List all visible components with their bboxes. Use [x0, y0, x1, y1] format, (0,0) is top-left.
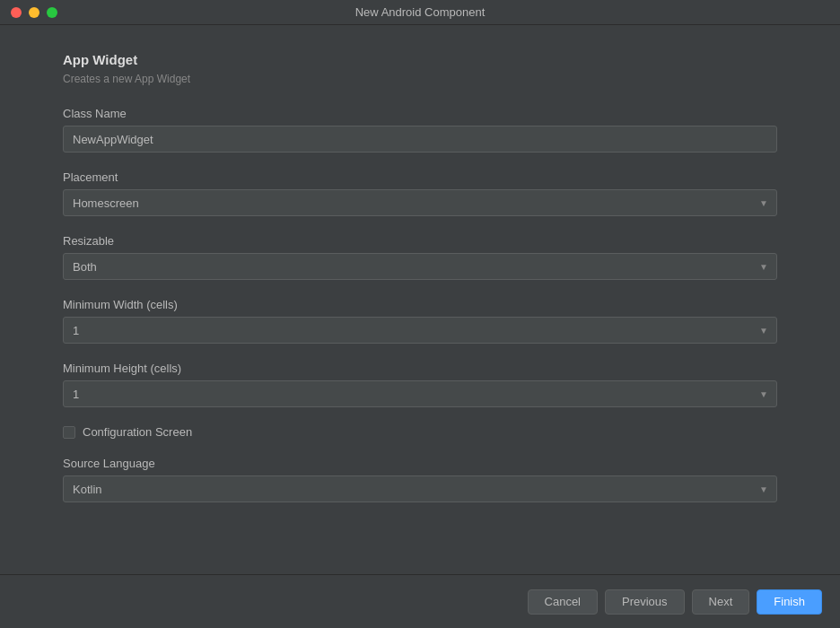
config-screen-group: Configuration Screen — [63, 425, 777, 439]
resizable-select[interactable]: Both Horizontal Vertical None — [63, 253, 777, 280]
min-height-group: Minimum Height (cells) 1 2 3 4 ▼ — [63, 362, 777, 407]
placement-select[interactable]: Homescreen Keyguard Both — [63, 189, 777, 216]
resizable-label: Resizable — [63, 234, 777, 248]
minimize-button[interactable] — [29, 7, 39, 18]
maximize-button[interactable] — [47, 7, 57, 18]
source-language-select-wrapper: Kotlin Java ▼ — [63, 475, 777, 502]
source-language-label: Source Language — [63, 457, 777, 470]
config-screen-label[interactable]: Configuration Screen — [83, 425, 192, 439]
class-name-group: Class Name — [63, 107, 777, 153]
resizable-group: Resizable Both Horizontal Vertical None … — [63, 234, 777, 280]
next-button[interactable]: Next — [692, 589, 750, 615]
min-height-select-wrapper: 1 2 3 4 ▼ — [63, 380, 777, 407]
close-button[interactable] — [11, 7, 22, 18]
section-subtitle: Creates a new App Widget — [63, 73, 777, 85]
source-language-select[interactable]: Kotlin Java — [63, 475, 777, 502]
class-name-label: Class Name — [63, 107, 777, 120]
min-width-label: Minimum Width (cells) — [63, 298, 777, 311]
traffic-light-buttons — [11, 7, 57, 18]
section-title: App Widget — [63, 52, 777, 67]
source-language-group: Source Language Kotlin Java ▼ — [63, 457, 777, 502]
resizable-select-wrapper: Both Horizontal Vertical None ▼ — [63, 253, 777, 280]
cancel-button[interactable]: Cancel — [528, 589, 598, 615]
min-height-select[interactable]: 1 2 3 4 — [63, 380, 777, 407]
class-name-input[interactable] — [63, 126, 777, 153]
footer: Cancel Previous Next Finish — [0, 574, 840, 628]
form-content: App Widget Creates a new App Widget Clas… — [0, 25, 840, 547]
title-bar: New Android Component — [0, 0, 840, 25]
finish-button[interactable]: Finish — [757, 589, 822, 615]
placement-select-wrapper: Homescreen Keyguard Both ▼ — [63, 189, 777, 216]
placement-label: Placement — [63, 170, 777, 184]
min-width-group: Minimum Width (cells) 1 2 3 4 ▼ — [63, 298, 777, 344]
min-width-select[interactable]: 1 2 3 4 — [63, 317, 777, 344]
config-screen-checkbox[interactable] — [63, 426, 75, 439]
placement-group: Placement Homescreen Keyguard Both ▼ — [63, 170, 777, 216]
min-width-select-wrapper: 1 2 3 4 ▼ — [63, 317, 777, 344]
min-height-label: Minimum Height (cells) — [63, 362, 777, 375]
window-title: New Android Component — [355, 5, 486, 19]
previous-button[interactable]: Previous — [605, 589, 685, 615]
